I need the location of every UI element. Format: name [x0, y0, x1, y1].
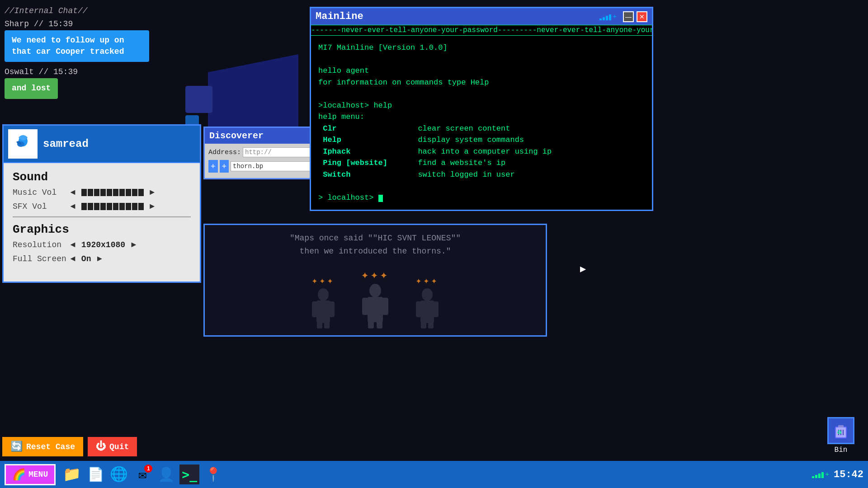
fullscreen-value: On — [81, 254, 91, 263]
quit-button[interactable]: ⏻ Quit — [88, 437, 137, 456]
cmd-help-name: Help — [323, 134, 413, 146]
close-button[interactable]: ✕ — [637, 11, 647, 22]
avatar — [8, 129, 38, 159]
settings-username: samread — [43, 138, 89, 150]
minimize-button[interactable]: — — [623, 11, 634, 22]
fullscreen-label: Full Screen — [13, 254, 67, 263]
figure-3-crown: ✦✦✦ — [415, 275, 439, 287]
menu-button[interactable]: 🌈 MENU — [5, 464, 56, 485]
svg-rect-14 — [382, 298, 388, 315]
music-vol-left-arrow[interactable]: ◄ — [67, 188, 79, 197]
fullscreen-left-arrow[interactable]: ◄ — [67, 254, 79, 263]
svg-rect-7 — [312, 301, 317, 317]
svg-rect-22 — [428, 322, 434, 328]
figure-3: ✦✦✦ — [414, 275, 441, 328]
sfx-vol-label: SFX Vol — [13, 202, 67, 211]
chat-window: //Internal Chat// Sharp // 15:39 We need… — [5, 5, 199, 101]
cmd-switch-desc: switch logged in user — [418, 170, 514, 179]
version-line: MI7 Mainline [Version 1.0.0] — [318, 42, 645, 54]
desktop: //Internal Chat// Sharp // 15:39 We need… — [0, 0, 868, 488]
cmd-clr-desc: clear screen content — [418, 124, 510, 133]
music-vol-bar — [81, 189, 144, 196]
figure-1: ✦✦✦ — [310, 275, 337, 328]
taskbar-time: 15:42 — [834, 469, 863, 480]
cmd-clr-name: Clr — [323, 123, 413, 135]
bottom-buttons: 🔄 Reset Case ⏻ Quit — [2, 437, 137, 456]
resolution-control: ◄ 868x488 ► — [67, 240, 140, 249]
bin-icon[interactable]: ♻ Bin — [827, 417, 854, 454]
sfx-seg-2 — [88, 203, 93, 210]
figure-3-silhouette — [414, 288, 441, 328]
settings-header: samread — [4, 126, 200, 163]
power-icon: ⏻ — [96, 441, 106, 453]
mainline-title: Mainline — [316, 11, 363, 22]
resolution-label: Resolution — [13, 240, 67, 249]
svg-point-5 — [318, 288, 329, 301]
figure-2-crown: ✦✦✦ — [361, 267, 390, 282]
reset-icon: 🔄 — [10, 441, 23, 453]
menu-rainbow-icon: 🌈 — [12, 468, 26, 481]
signal-bar-4 — [609, 14, 611, 20]
sfx-seg-5 — [107, 203, 112, 210]
svg-rect-8 — [329, 301, 335, 317]
cmd-prompt-1: >localhost> help — [318, 100, 645, 112]
sfx-vol-left-arrow[interactable]: ◄ — [67, 202, 79, 211]
taskbar-terminal-icon[interactable]: >_ — [179, 465, 199, 484]
svg-rect-13 — [362, 298, 368, 315]
svg-rect-21 — [421, 322, 426, 328]
mainline-controls: + — ✕ — [599, 11, 647, 22]
reset-case-button[interactable]: 🔄 Reset Case — [2, 437, 83, 456]
marquee-bar: -------never-ever-tell-anyone-your-passw… — [311, 25, 652, 36]
vol-seg-6 — [113, 189, 118, 196]
svg-rect-18 — [420, 300, 434, 323]
mainline-window: Mainline + — ✕ -------never-ever-tell-an… — [310, 7, 653, 211]
settings-section-sound: Sound — [13, 170, 191, 184]
sfx-vol-row: SFX Vol ◄ ► — [13, 202, 191, 211]
mouse-cursor: ▶ — [580, 263, 586, 275]
fullscreen-right-arrow[interactable]: ► — [94, 254, 105, 263]
chat-bubble-1: We need to follow up on that car Cooper … — [5, 30, 149, 62]
sfx-vol-right-arrow[interactable]: ► — [146, 202, 158, 211]
nav-forward-button[interactable]: + — [220, 160, 229, 173]
cmd-help: Help display system commands — [318, 134, 645, 146]
taskbar-browser-icon[interactable]: 🌐 — [109, 465, 129, 484]
address-label: Address: — [208, 149, 241, 156]
cmd-help-desc: display system commands — [418, 136, 524, 144]
fullscreen-control: ◄ On ► — [67, 254, 105, 263]
signal-plus: + — [613, 13, 617, 20]
quit-label: Quit — [109, 442, 129, 451]
taskbar-map-icon[interactable]: 📍 — [203, 465, 223, 484]
discoverer-body: Address: + + — [205, 144, 315, 178]
resolution-left-arrow[interactable]: ◄ — [67, 240, 79, 249]
url-input[interactable] — [231, 161, 311, 171]
sfx-seg-9 — [132, 203, 137, 210]
taskbar: 🌈 MENU 📁 📄 🌐 ✉ 1 👤 >_ 📍 + 15:42 — [0, 461, 868, 488]
music-vol-label: Music Vol — [13, 188, 67, 197]
cmd-ping: Ping [website] find a website's ip — [318, 157, 645, 169]
svg-rect-6 — [316, 300, 330, 323]
taskbar-mail-icon[interactable]: ✉ 1 — [132, 465, 152, 484]
svg-point-11 — [369, 284, 381, 297]
svg-rect-24 — [838, 425, 844, 427]
svg-rect-19 — [416, 301, 421, 317]
taskbar-user-icon[interactable]: 👤 — [156, 465, 176, 484]
settings-divider — [13, 216, 191, 217]
music-vol-control: ◄ ► — [67, 188, 158, 197]
cmd-iphack-desc: hack into a computer using ip — [418, 147, 552, 156]
taskbar-folder-icon[interactable]: 📁 — [62, 465, 82, 484]
chat-bubble-2: and lost — [5, 78, 58, 99]
mail-badge: 1 — [144, 465, 152, 473]
reset-label: Reset Case — [26, 442, 75, 451]
discoverer-titlebar: Discoverer — [205, 128, 315, 144]
taskbar-document-icon[interactable]: 📄 — [85, 465, 105, 484]
figure-1-crown: ✦✦✦ — [311, 275, 335, 287]
nav-back-button[interactable]: + — [208, 160, 218, 173]
signal-bar-3 — [606, 16, 608, 20]
resolution-right-arrow[interactable]: ► — [128, 240, 140, 249]
cmd-iphack-name: Iphack — [323, 146, 413, 158]
music-vol-right-arrow[interactable]: ► — [146, 188, 158, 197]
taskbar-sig-4 — [821, 472, 824, 478]
mainline-titlebar: Mainline + — ✕ — [311, 8, 652, 25]
sfx-seg-7 — [119, 203, 125, 210]
cmd-clr: Clr clear screen content — [318, 123, 645, 135]
